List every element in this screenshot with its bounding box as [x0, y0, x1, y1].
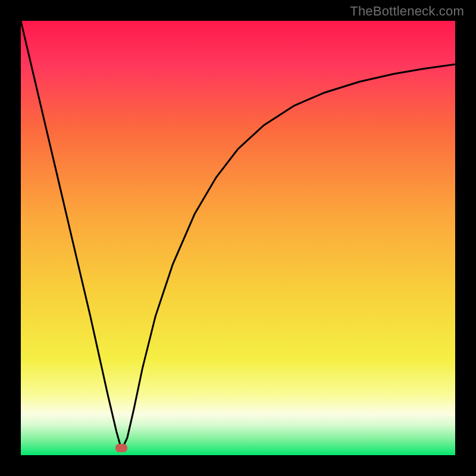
bottleneck-curve [21, 21, 455, 455]
plot-area [21, 21, 455, 455]
watermark-text: TheBottleneck.com [350, 4, 464, 19]
chart-frame: TheBottleneck.com [0, 0, 476, 476]
minimum-marker [115, 444, 127, 452]
